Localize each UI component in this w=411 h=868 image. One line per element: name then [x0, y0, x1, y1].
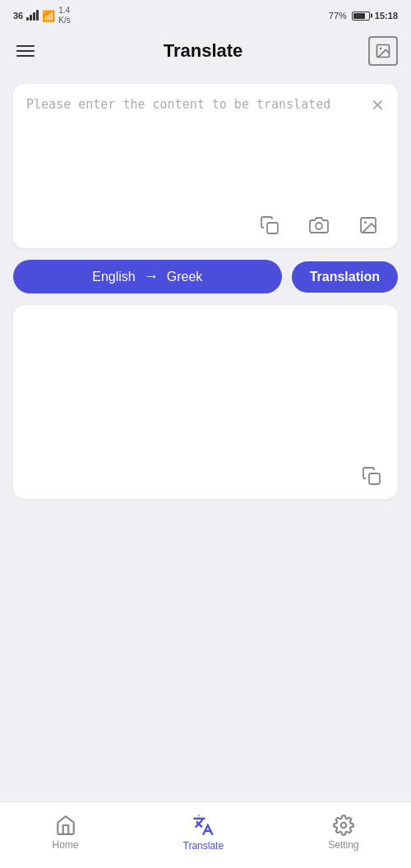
svg-point-7 [341, 823, 347, 829]
speed-label: 1.4 K/s [58, 6, 70, 25]
target-language: Greek [167, 270, 203, 284]
source-language: English [92, 270, 135, 284]
svg-rect-6 [369, 473, 380, 484]
svg-rect-2 [267, 223, 278, 233]
menu-button[interactable] [13, 42, 38, 60]
home-icon [55, 815, 76, 836]
menu-line-1 [16, 45, 35, 47]
bottom-nav: Home Translate Setting [0, 801, 411, 868]
time-display: 15:18 [375, 11, 398, 21]
language-row: English → Greek Translation [13, 248, 398, 305]
camera-icon [309, 215, 329, 235]
image-input-button[interactable] [355, 212, 381, 238]
copy-output-icon [362, 466, 381, 486]
battery-percent: 77% [329, 11, 347, 21]
signal-icon [26, 11, 39, 21]
status-bar: 36 📶 1.4 K/s 77% 15:18 [0, 0, 411, 30]
nav-item-home[interactable]: Home [36, 811, 95, 854]
translation-label: Translation [310, 270, 380, 284]
app-title: Translate [164, 40, 243, 62]
output-tools [26, 456, 385, 489]
nav-label-home: Home [53, 839, 79, 851]
menu-line-3 [16, 55, 35, 57]
nav-item-translate[interactable]: Translate [167, 810, 241, 855]
nav-item-setting[interactable]: Setting [312, 811, 375, 854]
copy-input-button[interactable] [256, 212, 283, 238]
translation-button[interactable]: Translation [292, 261, 398, 293]
clear-icon: ✕ [371, 96, 385, 114]
output-card [13, 305, 398, 499]
nav-label-translate: Translate [183, 840, 224, 852]
gallery-icon [358, 215, 378, 235]
language-selector[interactable]: English → Greek [13, 260, 282, 293]
translation-output [26, 316, 385, 456]
settings-icon [333, 815, 354, 836]
translate-icon [192, 814, 215, 837]
copy-icon [260, 215, 279, 235]
network-type: 36 [13, 11, 23, 21]
nav-label-setting: Setting [328, 839, 358, 851]
battery-icon [352, 12, 370, 21]
menu-line-2 [16, 50, 35, 52]
language-arrow: → [144, 268, 159, 285]
svg-point-5 [364, 221, 367, 224]
image-button[interactable] [368, 36, 398, 66]
camera-button[interactable] [306, 212, 332, 238]
status-right: 77% 15:18 [329, 11, 398, 21]
input-card: ✕ [13, 84, 398, 248]
status-left: 36 📶 1.4 K/s [13, 6, 71, 25]
app-bar: Translate [0, 30, 411, 76]
svg-point-1 [380, 48, 382, 50]
copy-output-button[interactable] [358, 463, 385, 489]
wifi-icon: 📶 [42, 10, 55, 22]
svg-point-3 [316, 223, 322, 229]
image-icon [375, 43, 391, 59]
input-tools [26, 205, 385, 238]
translation-input[interactable] [26, 95, 385, 205]
clear-button[interactable]: ✕ [369, 94, 386, 117]
main-content: ✕ [0, 76, 411, 801]
